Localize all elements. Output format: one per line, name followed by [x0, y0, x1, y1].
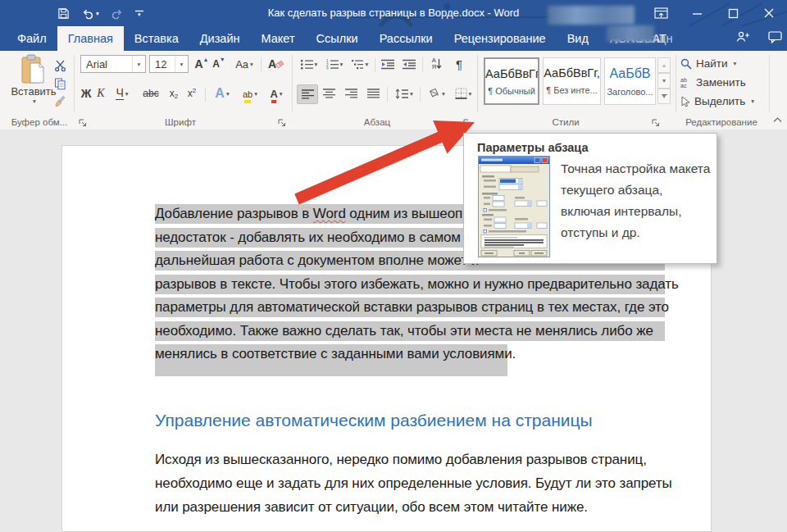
- comments-button[interactable]: [768, 30, 782, 47]
- align-right-button[interactable]: [341, 84, 361, 102]
- underline-button[interactable]: Ч ▾: [110, 84, 134, 102]
- find-dropdown[interactable]: ▾: [734, 60, 737, 67]
- styles-scroll-down-button[interactable]: ▾: [657, 73, 671, 89]
- tab-design[interactable]: Дизайн: [189, 26, 251, 51]
- paragraph-settings-tooltip: Параметры абзаца: [463, 133, 717, 264]
- sort-button[interactable]: А Я: [426, 55, 448, 73]
- cursor-icon: [680, 96, 690, 107]
- superscript-button[interactable]: x2: [184, 84, 200, 102]
- find-button[interactable]: Найти▾: [680, 57, 736, 70]
- select-dropdown[interactable]: ▾: [751, 98, 754, 105]
- align-left-icon: [302, 89, 314, 99]
- replace-button[interactable]: ab ac Заменить: [680, 76, 746, 89]
- separator: [420, 87, 421, 102]
- format-painter-button[interactable]: [51, 93, 69, 110]
- tooltip-title: Параметры абзаца: [477, 141, 588, 154]
- close-button[interactable]: [751, 0, 787, 26]
- numbering-button[interactable]: 123▾: [322, 55, 347, 73]
- clear-formatting-button[interactable]: А: [266, 55, 287, 73]
- paragraph-dialog-launcher[interactable]: [462, 116, 473, 127]
- show-formatting-marks-button[interactable]: ¶: [450, 55, 468, 73]
- redo-button[interactable]: [111, 7, 124, 20]
- save-button[interactable]: [57, 7, 70, 20]
- justify-button[interactable]: [363, 84, 383, 102]
- multilevel-list-button[interactable]: ▾: [348, 55, 372, 73]
- svg-text:3: 3: [326, 66, 329, 70]
- styles-scroll-up-button[interactable]: ▴: [657, 57, 671, 73]
- italic-button[interactable]: К: [94, 84, 107, 102]
- borders-button[interactable]: ▾: [450, 84, 476, 102]
- font-group-label: Шрифт: [123, 117, 238, 127]
- font-color-bar: [271, 100, 275, 103]
- font-name-combo[interactable]: Arial ▾: [80, 55, 146, 73]
- styles-dialog-launcher[interactable]: [651, 116, 662, 127]
- subscript-button[interactable]: x2: [166, 84, 182, 102]
- scissors-icon: [54, 60, 66, 72]
- styles-gallery-more-button[interactable]: ▾: [657, 89, 671, 104]
- clipboard-icon: [20, 54, 47, 85]
- bullets-button[interactable]: ▾: [297, 55, 321, 73]
- cut-button[interactable]: [51, 57, 69, 74]
- chevron-up-icon: [773, 116, 782, 123]
- eraser-icon: [275, 59, 284, 69]
- tab-view[interactable]: Вид: [557, 26, 599, 51]
- separator: [375, 57, 375, 72]
- ribbon-display-options-button[interactable]: [643, 0, 679, 26]
- underline-dropdown[interactable]: ▾: [125, 90, 129, 98]
- font-dialog-launcher[interactable]: [277, 116, 288, 127]
- spellcheck-word: Word: [313, 206, 346, 221]
- tab-home[interactable]: Главная: [57, 26, 124, 51]
- align-center-icon: [323, 89, 335, 98]
- line-spacing-button[interactable]: ▾: [391, 84, 417, 102]
- ribbon-tab-row: Файл Главная Вставка Дизайн Макет Ссылки…: [0, 26, 787, 51]
- chevron-down-icon[interactable]: ▾: [132, 56, 145, 72]
- shading-button[interactable]: ▾: [423, 84, 449, 102]
- separator: [477, 55, 478, 112]
- tab-layout[interactable]: Макет: [251, 26, 306, 51]
- style-card-normal[interactable]: АаБбВвГг, ¶ Обычный: [484, 57, 539, 105]
- decrease-indent-button[interactable]: [378, 55, 398, 73]
- borders-icon: [455, 88, 467, 99]
- font-size-combo[interactable]: 12 ▾: [149, 55, 189, 73]
- text-effects-button[interactable]: А▾: [209, 84, 235, 102]
- tab-review[interactable]: Рецензирование: [444, 26, 557, 51]
- font-size-value: 12: [155, 58, 166, 70]
- chevron-down-icon[interactable]: ▾: [175, 56, 188, 72]
- strikethrough-button[interactable]: abc: [139, 84, 162, 102]
- shrink-font-button[interactable]: А▼: [211, 55, 227, 73]
- bullet-list-icon: [301, 59, 313, 70]
- style-card-heading[interactable]: АаБбВ Заголово...: [604, 57, 656, 105]
- font-name-value: Arial: [86, 58, 107, 70]
- paragraph-group-label: Абзац: [328, 117, 426, 127]
- style-card-no-spacing[interactable]: АаБбВвГг, ¶ Без инте...: [543, 57, 601, 105]
- qat-customize-button[interactable]: ▾: [135, 10, 143, 16]
- clipboard-dialog-launcher[interactable]: [78, 116, 89, 127]
- share-button[interactable]: [736, 30, 750, 47]
- bold-button[interactable]: Ж: [79, 84, 93, 102]
- paragraph-dialog-thumbnail: [478, 156, 550, 257]
- copy-button[interactable]: [51, 75, 69, 92]
- font-color-button[interactable]: А ▾: [264, 84, 289, 102]
- undo-dropdown[interactable]: ▾: [96, 10, 99, 17]
- paste-dropdown[interactable]: ▾: [33, 98, 36, 105]
- undo-button[interactable]: ▾: [81, 7, 99, 20]
- increase-indent-button[interactable]: [399, 55, 419, 73]
- align-left-button[interactable]: [297, 84, 318, 104]
- ribbon-tabs: Файл Главная Вставка Дизайн Макет Ссылки…: [7, 26, 677, 51]
- highlight-button[interactable]: ab ▾: [237, 84, 263, 102]
- collapse-ribbon-button[interactable]: [771, 113, 784, 126]
- tab-references[interactable]: Ссылки: [306, 26, 369, 51]
- maximize-button[interactable]: [715, 0, 751, 26]
- tab-mailings[interactable]: Рассылки: [369, 26, 444, 51]
- tab-insert[interactable]: Вставка: [124, 26, 189, 51]
- select-button[interactable]: Выделить▾: [680, 95, 754, 107]
- selected-line: менялись в соответствие с заданными вами…: [155, 344, 507, 376]
- change-case-button[interactable]: Aa▾: [231, 55, 257, 73]
- align-center-button[interactable]: [319, 84, 339, 102]
- minimize-button[interactable]: [679, 0, 715, 26]
- document-paragraph[interactable]: Исходя из вышесказанного, нередко помимо…: [155, 448, 672, 519]
- copy-icon: [54, 78, 66, 90]
- grow-font-button[interactable]: А▲: [193, 55, 210, 73]
- outdent-icon: [381, 59, 394, 70]
- tab-file[interactable]: Файл: [7, 26, 57, 51]
